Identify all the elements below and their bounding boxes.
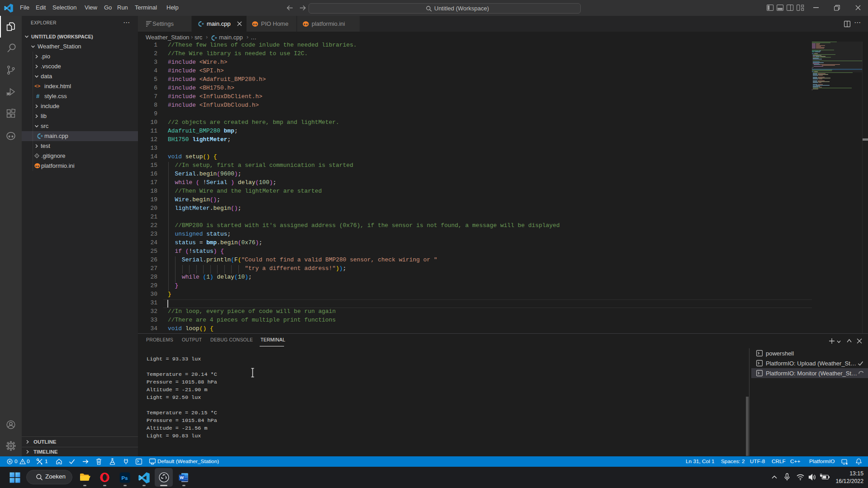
svg-text:W: W xyxy=(180,475,184,480)
svg-text:Ps: Ps xyxy=(122,475,128,481)
